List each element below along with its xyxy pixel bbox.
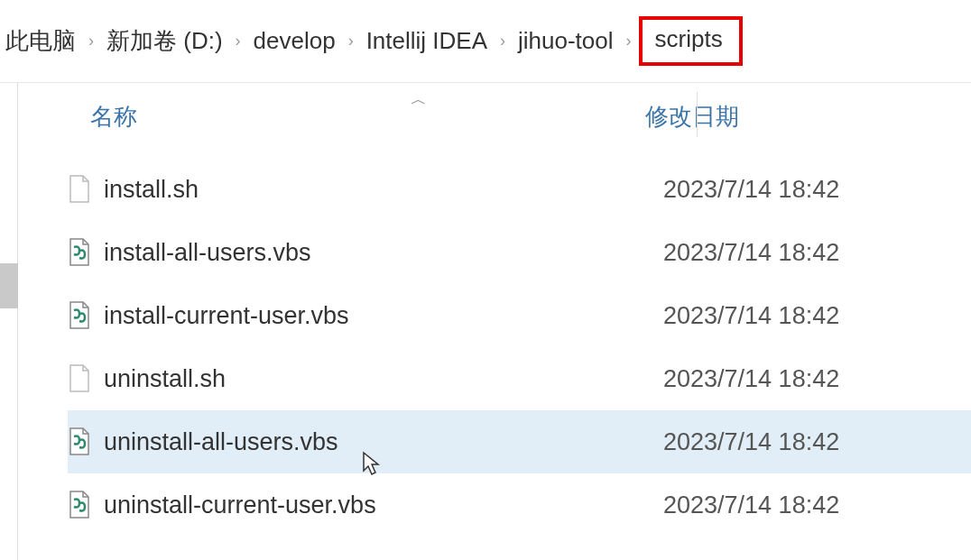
file-date: 2023/7/14 18:42 (645, 428, 971, 456)
file-row[interactable]: install.sh 2023/7/14 18:42 (68, 158, 971, 221)
chevron-right-icon: › (228, 32, 248, 50)
file-name: uninstall.sh (104, 365, 226, 393)
breadcrumb: 此电脑 › 新加卷 (D:) › develop › Intellij IDEA… (0, 0, 971, 83)
breadcrumb-item-intellij[interactable]: Intellij IDEA (361, 25, 493, 57)
file-name-cell: uninstall-current-user.vbs (68, 491, 645, 519)
chevron-right-icon: › (81, 32, 101, 50)
chevron-right-icon: › (619, 32, 639, 50)
file-date: 2023/7/14 18:42 (645, 491, 971, 519)
file-name: install-all-users.vbs (104, 239, 311, 267)
breadcrumb-item-drive[interactable]: 新加卷 (D:) (101, 23, 228, 59)
breadcrumb-item-develop[interactable]: develop (248, 25, 341, 57)
file-date: 2023/7/14 18:42 (645, 302, 971, 330)
file-row[interactable]: uninstall-current-user.vbs 2023/7/14 18:… (68, 473, 971, 537)
column-divider[interactable] (697, 92, 698, 137)
column-header-date[interactable]: 修改日期 (627, 101, 971, 133)
chevron-right-icon: › (493, 32, 513, 50)
file-name-cell: install-all-users.vbs (68, 238, 645, 267)
file-date: 2023/7/14 18:42 (645, 365, 971, 393)
breadcrumb-item-label: scripts (655, 25, 723, 52)
file-name: uninstall-all-users.vbs (104, 428, 338, 456)
vbs-file-icon (68, 301, 91, 330)
breadcrumb-item-jihuo[interactable]: jihuo-tool (513, 25, 619, 57)
file-name: uninstall-current-user.vbs (104, 491, 376, 519)
sort-arrow-icon: ︿ (411, 88, 427, 110)
breadcrumb-item-thispc[interactable]: 此电脑 (0, 23, 81, 59)
column-header-row: 名称 ︿ 修改日期 (68, 83, 971, 158)
vbs-file-icon (68, 238, 91, 267)
file-icon (68, 364, 91, 393)
column-header-name[interactable]: 名称 (68, 101, 627, 133)
breadcrumb-item-scripts-highlighted[interactable]: scripts (639, 16, 743, 66)
sidebar (0, 83, 18, 560)
vbs-file-icon (68, 427, 91, 456)
file-list: 名称 ︿ 修改日期 install.sh 2023/7/14 18:42 ins… (18, 83, 971, 560)
file-row[interactable]: install-current-user.vbs 2023/7/14 18:42 (68, 284, 971, 347)
file-name-cell: uninstall-all-users.vbs (68, 427, 645, 456)
file-icon (68, 175, 91, 204)
file-date: 2023/7/14 18:42 (645, 239, 971, 267)
chevron-right-icon: › (341, 32, 361, 50)
file-name-cell: install-current-user.vbs (68, 301, 645, 330)
file-row[interactable]: uninstall.sh 2023/7/14 18:42 (68, 347, 971, 410)
file-name: install.sh (104, 176, 199, 204)
file-row[interactable]: uninstall-all-users.vbs 2023/7/14 18:42 (68, 410, 971, 473)
file-name-cell: uninstall.sh (68, 364, 645, 393)
file-name: install-current-user.vbs (104, 302, 349, 330)
file-name-cell: install.sh (68, 175, 645, 204)
vbs-file-icon (68, 491, 91, 519)
content-area: 名称 ︿ 修改日期 install.sh 2023/7/14 18:42 ins… (0, 83, 971, 560)
file-date: 2023/7/14 18:42 (645, 176, 971, 204)
sidebar-scroll-indicator[interactable] (0, 263, 18, 308)
file-row[interactable]: install-all-users.vbs 2023/7/14 18:42 (68, 221, 971, 284)
